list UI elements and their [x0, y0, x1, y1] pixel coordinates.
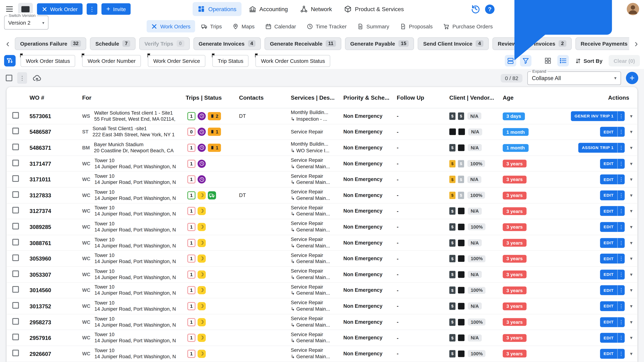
work-order-more-button[interactable]: ⋮ [86, 3, 97, 15]
action-button[interactable]: EDIT ⋮ [600, 175, 624, 184]
column-header-services-des[interactable]: Services | Des... [291, 94, 344, 101]
row-checkbox[interactable] [12, 159, 19, 166]
column-header-trips-status[interactable]: Trips | Status [186, 94, 239, 101]
invoice-count-badge[interactable]: 2 [208, 112, 221, 120]
pipeline-tab-verify-trips[interactable]: Verify Trips 0 [139, 37, 190, 50]
action-more-button[interactable]: ⋮ [618, 222, 625, 232]
receipt-grey-icon[interactable]: $ [458, 192, 464, 199]
crescent-status-icon[interactable]: ☽ [198, 254, 206, 263]
clock-status-icon[interactable] [198, 112, 206, 120]
invite-button[interactable]: + Invite [101, 3, 131, 15]
action-button[interactable]: EDIT ⋮ [600, 222, 624, 232]
pipeline-tab-send-client-invoice[interactable]: Send Client Invoice 4 [418, 37, 489, 50]
row-checkbox[interactable] [12, 128, 19, 134]
nav-item-accounting[interactable]: Accounting [244, 2, 293, 16]
row-checkbox[interactable] [12, 112, 19, 119]
tab-proposals[interactable]: Proposals [395, 20, 437, 32]
tab-purchase-orders[interactable]: Purchase Orders [439, 20, 497, 32]
receipt-dark-icon[interactable]: $ [458, 112, 464, 120]
row-checkbox[interactable] [12, 191, 19, 198]
trip-count-badge[interactable]: 0 [187, 128, 196, 136]
column-header-priority-sche[interactable]: Priority & Sche... [344, 94, 397, 101]
table-row[interactable]: 3127833 WC Tower 10 14 Juniper Road, Por… [7, 188, 638, 203]
filter-funnel-button[interactable] [4, 55, 16, 66]
square-black-icon[interactable] [458, 319, 465, 325]
trip-count-badge[interactable]: 1 [187, 207, 196, 215]
receipt-dark-icon[interactable]: $ [450, 271, 456, 278]
table-row[interactable]: 5486587 ST Sonali Test Client1 -site1 22… [7, 124, 638, 140]
tab-trips[interactable]: Trips [196, 20, 226, 32]
square-black-icon[interactable] [458, 287, 465, 294]
table-row[interactable]: 3013752 WC Tower 10 14 Juniper Road, Por… [7, 299, 638, 314]
crescent-status-icon[interactable]: ☽ [198, 239, 206, 247]
clock-status-icon[interactable] [198, 144, 206, 152]
table-row[interactable]: 3053960 WC Tower 10 14 Juniper Road, Por… [7, 251, 638, 267]
crescent-status-icon[interactable]: ☽ [198, 270, 206, 279]
trip-count-badge[interactable]: 1 [187, 239, 196, 247]
action-button[interactable]: EDIT ⋮ [600, 206, 624, 216]
receipt-dark-icon[interactable]: $ [450, 350, 456, 357]
row-checkbox[interactable] [12, 350, 19, 356]
row-checkbox[interactable] [12, 318, 19, 325]
trip-count-badge[interactable]: 1 [187, 254, 196, 263]
invoice-count-badge[interactable]: 1 [208, 128, 221, 136]
row-expand-caret[interactable]: ▾ [630, 192, 632, 198]
action-button[interactable]: EDIT ⋮ [600, 317, 624, 327]
trip-count-badge[interactable]: 1 [187, 334, 196, 342]
receipt-dark-icon[interactable]: $ [450, 302, 456, 310]
action-more-button[interactable]: ⋮ [618, 301, 625, 311]
column-header-age[interactable]: Age [503, 94, 544, 101]
square-black-icon[interactable] [458, 303, 465, 310]
trip-count-badge[interactable]: 1 [187, 112, 196, 120]
action-button[interactable]: EDIT ⋮ [600, 127, 624, 137]
square-black-icon[interactable] [458, 145, 465, 151]
row-checkbox[interactable] [12, 334, 19, 341]
row-expand-caret[interactable]: ▾ [630, 319, 632, 325]
action-button[interactable]: EDIT ⋮ [600, 349, 624, 359]
action-more-button[interactable]: ⋮ [618, 143, 625, 153]
crescent-status-icon[interactable]: ☽ [198, 350, 206, 358]
row-expand-caret[interactable]: ▾ [630, 208, 632, 214]
column-header-actions[interactable]: Actions [608, 94, 637, 101]
action-more-button[interactable]: ⋮ [618, 159, 625, 169]
filter-chip-trip-status[interactable]: Trip Status [212, 55, 249, 67]
pipeline-tab-schedule[interactable]: Schedule 7 [90, 37, 136, 50]
trip-count-badge[interactable]: 1 [187, 318, 196, 326]
tab-maps[interactable]: Maps [228, 20, 259, 32]
tab-time-tracker[interactable]: Time Tracker [302, 20, 351, 32]
tab-work-orders[interactable]: Work Orders [147, 20, 195, 32]
square-black-icon[interactable] [458, 129, 465, 135]
column-header-wo[interactable]: WO # [30, 94, 82, 101]
square-black-icon[interactable] [458, 350, 465, 357]
row-checkbox[interactable] [12, 254, 19, 261]
tab-summary[interactable]: Summary [353, 20, 394, 32]
row-expand-caret[interactable]: ▾ [630, 145, 632, 151]
filter-chip-work-order-custom-status[interactable]: Work Order Custom Status [256, 55, 330, 67]
trip-count-badge[interactable]: 1 [187, 286, 196, 295]
row-expand-caret[interactable]: ▾ [630, 161, 632, 166]
table-row[interactable]: 3088761 WC Tower 10 14 Juniper Road, Por… [7, 235, 638, 251]
truck-status-icon[interactable] [208, 191, 216, 200]
column-header-follow-up[interactable]: Follow Up [397, 94, 450, 101]
crescent-status-icon[interactable]: ☽ [198, 334, 206, 342]
square-black-icon[interactable] [458, 240, 465, 246]
row-checkbox[interactable] [12, 270, 19, 277]
row-checkbox[interactable] [12, 302, 19, 309]
action-button[interactable]: EDIT ⋮ [600, 159, 624, 169]
row-expand-caret[interactable]: ▾ [630, 303, 632, 309]
row-checkbox[interactable] [12, 223, 19, 230]
receipt-dark-icon[interactable]: $ [450, 334, 456, 342]
action-button[interactable]: EDIT ⋮ [600, 190, 624, 200]
version-switcher[interactable]: Switch Version Version 2 ▾ [4, 16, 48, 30]
receipt-dark-icon[interactable]: $ [450, 287, 456, 294]
chat-icon[interactable]: 22 [499, 0, 622, 70]
table-row[interactable]: 2958273 WC Tower 10 14 Juniper Road, Por… [7, 314, 638, 330]
pipeline-tab-generate-payable[interactable]: Generate Payable 15 [345, 37, 414, 50]
receipt-dark-icon[interactable]: $ [450, 255, 456, 262]
pipeline-tab-generate-invoices[interactable]: Generate Invoices 4 [193, 37, 261, 50]
table-row[interactable]: 3171477 WC Tower 10 14 Juniper Road, Por… [7, 156, 638, 172]
clock-status-icon[interactable] [198, 175, 206, 184]
row-expand-caret[interactable]: ▾ [630, 351, 632, 357]
trip-count-badge[interactable]: 1 [187, 302, 196, 310]
crescent-status-icon[interactable]: ☽ [198, 302, 206, 310]
